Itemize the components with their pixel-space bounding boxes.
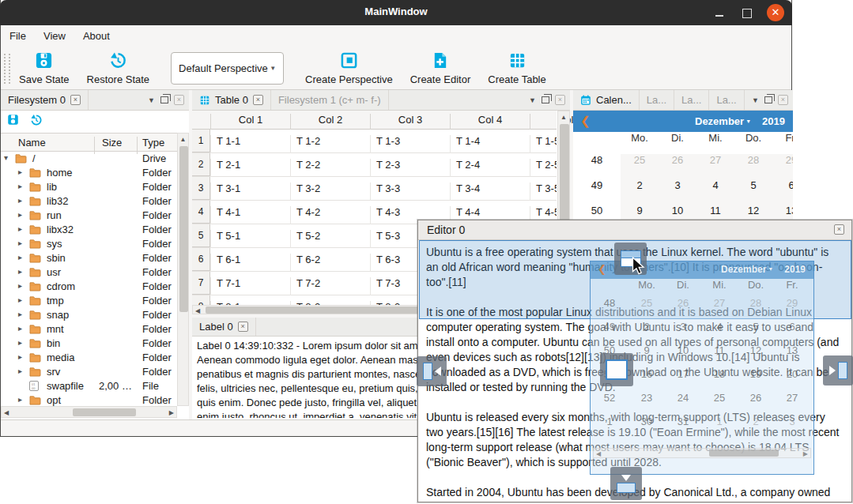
- table-row-header[interactable]: 4: [192, 201, 210, 224]
- minimize-button[interactable]: [713, 6, 726, 19]
- filesystem-hscrollbar[interactable]: ◀▶: [1, 406, 177, 418]
- column-header-size[interactable]: Size: [102, 137, 122, 149]
- table-cell[interactable]: T 3-2: [290, 182, 370, 201]
- panel-menu-icon[interactable]: ▼: [529, 96, 536, 104]
- calendar-day[interactable]: 2: [621, 179, 659, 191]
- save-icon[interactable]: [7, 114, 19, 128]
- table-row-header[interactable]: 1: [192, 130, 210, 152]
- filesystem-tree-header[interactable]: Name Size Type: [1, 133, 177, 152]
- table-panel-tab-0[interactable]: Table 0×: [192, 90, 271, 110]
- table-cell[interactable]: T 3-3: [370, 182, 450, 201]
- expand-arrow-icon[interactable]: ▸: [18, 239, 22, 247]
- tree-row[interactable]: ▸sysFolder: [1, 237, 177, 251]
- tree-row[interactable]: ▸tmpFolder: [1, 294, 177, 308]
- tree-row[interactable]: ▸libFolder: [1, 180, 177, 194]
- toolbar-grip[interactable]: [4, 54, 10, 84]
- expand-arrow-icon[interactable]: ▸: [18, 324, 22, 333]
- tree-row[interactable]: ▸lib32Folder: [1, 194, 177, 209]
- close-button[interactable]: ✕: [767, 4, 784, 21]
- table-cell[interactable]: T 3-5: [530, 182, 557, 201]
- tab-close-icon[interactable]: ×: [238, 322, 248, 332]
- tab-close-icon[interactable]: ×: [253, 95, 263, 105]
- calendar-day[interactable]: 4: [696, 179, 734, 191]
- tab-filesystem-0[interactable]: Filesystem 0 ×: [1, 90, 89, 110]
- panel-close-icon[interactable]: ×: [555, 95, 565, 105]
- table-cell[interactable]: T 5-2: [290, 230, 370, 248]
- table-row-header[interactable]: 6: [192, 248, 210, 271]
- column-header-name[interactable]: Name: [18, 137, 46, 149]
- panel-float-icon[interactable]: [764, 96, 772, 103]
- table-row-header[interactable]: 2: [192, 153, 210, 176]
- editor-titlebar[interactable]: Editor 0 ×: [418, 220, 851, 240]
- tree-row[interactable]: ▸mediaFolder: [1, 351, 177, 365]
- panel-menu-icon[interactable]: ▼: [148, 96, 155, 104]
- tree-row[interactable]: ▸optFolder: [1, 393, 177, 406]
- table-cell[interactable]: T 4-1: [210, 206, 290, 224]
- perspective-dropdown[interactable]: Default Perspective ▼: [171, 52, 284, 85]
- create-table-button[interactable]: Create Table: [488, 51, 545, 85]
- menu-item-about[interactable]: About: [74, 25, 119, 42]
- table-column-header[interactable]: Col 4: [450, 114, 530, 130]
- panel-menu-icon[interactable]: ▼: [752, 96, 759, 104]
- tree-row[interactable]: ▸mntFolder: [1, 322, 177, 337]
- calendar-panel-tab-2[interactable]: La...: [674, 90, 709, 110]
- calendar-day[interactable]: 10: [659, 205, 696, 216]
- table-cell[interactable]: T 2-4: [450, 159, 530, 177]
- dock-indicator-center[interactable]: [600, 353, 633, 386]
- tab-label-0[interactable]: Label 0 ×: [192, 318, 256, 336]
- column-header-type[interactable]: Type: [142, 137, 164, 149]
- dock-indicator-left[interactable]: [417, 356, 447, 386]
- table-cell[interactable]: T 1-2: [290, 135, 370, 153]
- expand-arrow-icon[interactable]: ▸: [18, 267, 22, 276]
- table-cell[interactable]: T 6-2: [290, 254, 370, 272]
- collapse-arrow-icon[interactable]: ▾: [4, 153, 8, 162]
- table-cell[interactable]: T 2-3: [370, 159, 450, 177]
- table-cell[interactable]: T 6-1: [210, 254, 290, 272]
- tree-row[interactable]: ▸runFolder: [1, 209, 177, 223]
- dock-indicator-bottom[interactable]: [610, 467, 642, 500]
- panel-float-icon[interactable]: [542, 96, 549, 103]
- table-row-header[interactable]: 8: [192, 295, 210, 305]
- tree-row[interactable]: 0100swapfile2,00 …File: [1, 379, 177, 393]
- table-cell[interactable]: T 2-5: [530, 159, 557, 177]
- calendar-day[interactable]: 11: [696, 205, 734, 216]
- table-header-row[interactable]: Col 1Col 2Col 3Col 4Col 5: [192, 111, 557, 130]
- table-column-header[interactable]: Col 2: [290, 114, 370, 130]
- tree-row[interactable]: ▸libx32Folder: [1, 223, 177, 237]
- panel-float-icon[interactable]: [160, 96, 168, 103]
- calendar-panel-tab-0[interactable]: Calen...: [573, 90, 640, 110]
- table-cell[interactable]: T 7-2: [290, 277, 370, 295]
- calendar-day[interactable]: 13: [772, 205, 793, 216]
- table-row-header[interactable]: 3: [192, 177, 210, 200]
- expand-arrow-icon[interactable]: ▸: [18, 196, 22, 205]
- window-titlebar[interactable]: MainWindow ✕: [0, 0, 792, 25]
- table-panel-tab-1[interactable]: Filesystem 1 (c+ m- f-): [271, 90, 389, 110]
- calendar-day[interactable]: 9: [621, 205, 659, 216]
- table-cell[interactable]: T 7-1: [210, 277, 290, 295]
- table-cell[interactable]: T 5-1: [210, 230, 290, 248]
- expand-arrow-icon[interactable]: ▸: [18, 352, 22, 361]
- expand-arrow-icon[interactable]: ▸: [18, 395, 22, 404]
- calendar-day[interactable]: 12: [734, 205, 772, 216]
- dock-indicator-right[interactable]: [823, 355, 853, 386]
- table-cell[interactable]: T 2-2: [290, 159, 370, 177]
- expand-arrow-icon[interactable]: ▸: [18, 253, 22, 261]
- table-cell[interactable]: T 3-1: [210, 182, 290, 201]
- expand-arrow-icon[interactable]: ▸: [18, 295, 22, 304]
- create-editor-button[interactable]: Create Editor: [410, 51, 471, 85]
- tree-row[interactable]: ▸snapFolder: [1, 308, 177, 322]
- table-column-header[interactable]: Col 3: [370, 114, 450, 130]
- restore-icon[interactable]: [30, 114, 43, 129]
- table-row-header[interactable]: 5: [192, 224, 210, 247]
- filesystem-vscrollbar[interactable]: ▲: [177, 133, 189, 406]
- expand-arrow-icon[interactable]: ▸: [18, 167, 22, 176]
- menu-item-view[interactable]: View: [35, 25, 74, 42]
- tree-row[interactable]: ▸usrFolder: [1, 265, 177, 280]
- calendar-day[interactable]: 25: [621, 154, 659, 166]
- table-cell[interactable]: T 2-1: [210, 159, 290, 177]
- menu-item-file[interactable]: File: [1, 25, 35, 42]
- table-column-header[interactable]: Col 1: [210, 114, 290, 130]
- expand-arrow-icon[interactable]: ▸: [18, 210, 22, 219]
- expand-arrow-icon[interactable]: ▸: [18, 310, 22, 318]
- calendar-month[interactable]: Dezember: [695, 115, 744, 127]
